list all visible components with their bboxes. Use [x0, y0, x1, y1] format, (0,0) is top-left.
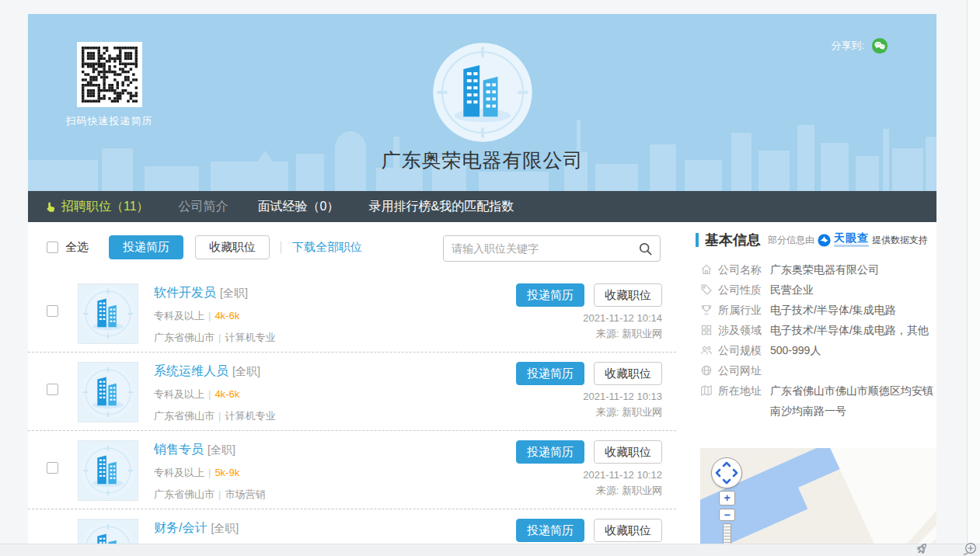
- meta-divider: |: [214, 488, 225, 500]
- map-pan-control[interactable]: [711, 457, 742, 488]
- speed-boost-icon[interactable]: [962, 541, 978, 556]
- field-label: 所属行业: [718, 300, 766, 320]
- download-all-jobs-link[interactable]: 下载全部职位: [292, 240, 362, 255]
- tianyancha-url-micro-text: [834, 245, 869, 247]
- job-source: 来源: 新职业网: [583, 483, 662, 499]
- qr-block: 扫码快速投递简历: [61, 42, 158, 128]
- tianyancha-wordmark[interactable]: 天眼查: [834, 233, 869, 247]
- globe-icon: [700, 364, 713, 377]
- apply-resume-button[interactable]: 投递简历: [516, 362, 584, 385]
- job-company-logo: [78, 440, 138, 501]
- apply-resume-button[interactable]: 投递简历: [516, 283, 584, 307]
- field-company-type: 公司性质 民营企业: [696, 280, 936, 300]
- job-row-software-developer: 软件开发员[全职] 专科及以上|4k-6k 广东省佛山市|计算机专业 投递简历 …: [28, 274, 676, 353]
- job-checkbox[interactable]: [47, 462, 58, 474]
- job-title-link[interactable]: 财务/会计: [154, 521, 207, 534]
- job-list-toolbar: 全选 投递简历 收藏职位 下载全部职位: [28, 222, 676, 273]
- job-type: [全职]: [232, 365, 260, 377]
- hand-pointer-icon: [45, 201, 57, 213]
- favorite-job-button[interactable]: 收藏职位: [594, 440, 662, 464]
- meta-divider: |: [204, 467, 214, 478]
- tab-ranking-match[interactable]: 录用排行榜&我的匹配指数: [369, 199, 514, 215]
- job-location: 广东省佛山市: [154, 488, 214, 500]
- job-major: 市场营销: [225, 488, 265, 500]
- job-checkbox[interactable]: [47, 305, 58, 317]
- job-type: [全职]: [211, 522, 239, 534]
- field-label: 公司网址: [718, 360, 766, 381]
- job-title-link[interactable]: 销售专员: [154, 443, 204, 456]
- data-credit-suffix: 提供数据支持: [872, 234, 928, 247]
- tab-label: 录用排行榜&我的匹配指数: [369, 199, 514, 215]
- location-map[interactable]: + −: [700, 448, 936, 556]
- job-search-input[interactable]: [452, 242, 639, 255]
- field-value: [770, 360, 936, 381]
- company-logo: [432, 42, 533, 143]
- favorite-job-button[interactable]: 收藏职位: [195, 235, 270, 259]
- rocket-icon[interactable]: [914, 541, 929, 556]
- window-bottom-strip: [0, 544, 980, 556]
- map-zoom-in-button[interactable]: +: [719, 491, 735, 506]
- tab-bar: 招聘职位（11） 公司简介 面试经验（0） 录用排行榜&我的匹配指数: [28, 191, 936, 222]
- grid-icon: [700, 324, 713, 336]
- field-value: 广东省佛山市佛山市顺德区均安镇南沙均南路一号: [770, 381, 936, 421]
- job-row-sales: 销售专员[全职] 专科及以上|5k-9k 广东省佛山市|市场营销 投递简历 收藏…: [28, 431, 676, 509]
- apply-resume-button[interactable]: 投递简历: [516, 519, 584, 542]
- field-value: 500-999人: [770, 340, 936, 360]
- job-source: 来源: 新职业网: [583, 405, 662, 420]
- share-label: 分享到:: [831, 39, 864, 53]
- job-row-finance: 财务/会计[全职] 投递简历 收藏职位: [28, 509, 676, 546]
- company-info-panel: 基本信息 部分信息由 天眼查 提供数据支持 公司名称 广东奥荣电器有限公司 公司…: [696, 222, 936, 556]
- job-company-logo: [78, 283, 138, 344]
- field-label: 公司性质: [718, 280, 766, 300]
- tab-job-positions[interactable]: 招聘职位（11）: [45, 199, 149, 215]
- job-location: 广东省佛山市: [154, 410, 214, 422]
- apply-resume-button[interactable]: 投递简历: [516, 440, 584, 464]
- job-title-link[interactable]: 系统运维人员: [154, 364, 228, 377]
- company-banner: 扫码快速投递简历 分享到: 广东奥荣电器有限公司: [28, 14, 936, 191]
- home-icon: [700, 263, 713, 276]
- job-salary: 4k-6k: [214, 310, 239, 321]
- search-icon[interactable]: [639, 242, 652, 255]
- tag-icon: [700, 283, 713, 296]
- field-industry: 所属行业 电子技术/半导体/集成电路: [696, 300, 936, 320]
- job-post-date: 2021-11-12 10:12: [583, 467, 662, 483]
- tab-company-profile[interactable]: 公司简介: [179, 199, 228, 215]
- job-major: 计算机专业: [225, 332, 275, 343]
- job-education: 专科及以上: [154, 467, 204, 478]
- job-post-date: 2021-11-12 10:13: [583, 389, 662, 405]
- map-zoom-out-button[interactable]: −: [719, 509, 735, 521]
- trophy-icon: [700, 304, 713, 316]
- page-scrollbar[interactable]: [967, 0, 980, 556]
- favorite-job-button[interactable]: 收藏职位: [594, 362, 662, 385]
- job-search-box: [443, 235, 661, 262]
- job-checkbox[interactable]: [47, 384, 58, 395]
- basic-info-title: 基本信息: [705, 231, 761, 249]
- field-value: 民营企业: [770, 280, 936, 300]
- job-education: 专科及以上: [154, 388, 204, 400]
- field-website: 公司网址: [696, 360, 936, 381]
- job-row-sysops: 系统运维人员[全职] 专科及以上|4k-6k 广东省佛山市|计算机专业 投递简历…: [28, 353, 676, 431]
- wechat-share-icon[interactable]: [871, 37, 888, 54]
- job-company-logo: [78, 362, 138, 422]
- meta-divider: |: [204, 388, 214, 400]
- field-company-size: 公司规模 500-999人: [696, 340, 936, 360]
- tab-label: 公司简介: [179, 199, 228, 215]
- job-company-logo: [78, 519, 138, 546]
- job-source: 来源: 新职业网: [583, 326, 662, 342]
- favorite-job-button[interactable]: 收藏职位: [594, 519, 662, 542]
- field-value: 广东奥荣电器有限公司: [770, 259, 936, 280]
- tab-interview-experience[interactable]: 面试经验（0）: [258, 199, 340, 215]
- select-all-checkbox[interactable]: [47, 242, 58, 253]
- job-post-date: 2021-11-12 10:14: [583, 311, 662, 326]
- qr-code: [77, 42, 142, 107]
- meta-divider: |: [214, 410, 225, 422]
- favorite-job-button[interactable]: 收藏职位: [594, 283, 662, 307]
- job-title-link[interactable]: 软件开发员: [154, 286, 216, 299]
- job-salary: 5k-9k: [214, 467, 239, 478]
- field-label: 涉及领域: [718, 320, 766, 340]
- basic-info-header: 基本信息 部分信息由 天眼查 提供数据支持: [696, 231, 936, 249]
- toolbar-divider: [281, 242, 281, 254]
- tianyancha-logo-icon[interactable]: [818, 234, 831, 247]
- apply-resume-button[interactable]: 投递简历: [109, 235, 183, 259]
- field-value: 电子技术/半导体/集成电路，其他: [770, 320, 936, 340]
